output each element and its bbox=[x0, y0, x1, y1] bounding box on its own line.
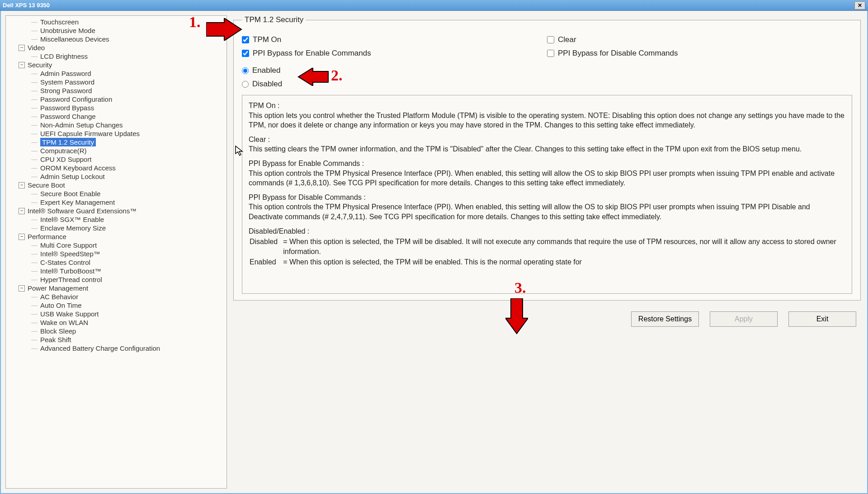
help-ppidis-heading: PPI Bypass for Disable Commands : bbox=[249, 193, 845, 202]
tree-item[interactable]: Multi Core Support bbox=[6, 241, 226, 249]
back-button[interactable]: ◄ bbox=[213, 24, 225, 35]
exit-button[interactable]: Exit bbox=[788, 311, 856, 327]
help-de-heading: Disabled/Enabled : bbox=[249, 226, 845, 236]
window-title: Dell XPS 13 9350 bbox=[3, 2, 854, 9]
clear-label: Clear bbox=[558, 35, 576, 44]
ppi-disable-checkbox[interactable] bbox=[547, 50, 554, 57]
tree-item[interactable]: Peak Shift bbox=[6, 335, 226, 344]
ppi-disable-label: PPI Bypass for Disable Commands bbox=[558, 49, 678, 58]
tree-item[interactable]: Secure Boot Enable bbox=[6, 189, 226, 198]
enabled-radio[interactable] bbox=[242, 67, 249, 74]
close-button[interactable]: ✕ bbox=[854, 1, 865, 9]
tree-item[interactable]: USB Wake Support bbox=[6, 310, 226, 318]
group-legend: TPM 1.2 Security bbox=[242, 15, 306, 24]
tree-item[interactable]: Intel® TurboBoost™ bbox=[6, 267, 226, 275]
ppi-enable-label: PPI Bypass for Enable Commands bbox=[253, 49, 371, 58]
tpm-on-checkbox[interactable] bbox=[242, 36, 249, 43]
tree-item[interactable]: Wake on WLAN bbox=[6, 318, 226, 327]
help-tpm-on-heading: TPM On : bbox=[249, 101, 845, 111]
tree-item[interactable]: Expert Key Management bbox=[6, 198, 226, 207]
tree-item[interactable]: AC Behavior bbox=[6, 292, 226, 301]
disabled-radio[interactable] bbox=[242, 81, 249, 88]
tree-item[interactable]: HyperThread control bbox=[6, 275, 226, 284]
tree-item[interactable]: Block Sleep bbox=[6, 327, 226, 335]
tree-item[interactable]: Password Configuration bbox=[6, 95, 226, 104]
tree-item[interactable]: OROM Keyboard Access bbox=[6, 164, 226, 172]
tree-item[interactable]: Auto On Time bbox=[6, 301, 226, 310]
help-disabled-key: Disabled bbox=[250, 237, 282, 256]
tree-item[interactable]: Enclave Memory Size bbox=[6, 224, 226, 232]
tree-category[interactable]: Secure Boot bbox=[6, 181, 226, 189]
titlebar: Dell XPS 13 9350 ✕ bbox=[0, 0, 868, 11]
tree-item[interactable]: Password Bypass bbox=[6, 104, 226, 112]
help-enabled-val: = When this option is selected, the TPM … bbox=[283, 257, 844, 267]
help-enabled-key: Enabled bbox=[250, 257, 282, 267]
footer: Restore Settings Apply Exit bbox=[233, 301, 861, 331]
help-clear-body: This setting clears the TPM owner inform… bbox=[249, 144, 845, 154]
sidebar: TouchscreenUnobtrusive ModeMiscellaneous… bbox=[5, 15, 227, 489]
help-tpm-on-body: This option lets you control whether the… bbox=[249, 111, 845, 130]
tree-item[interactable]: UEFI Capsule Firmware Updates bbox=[6, 129, 226, 138]
disabled-label: Disabled bbox=[252, 80, 282, 89]
enabled-label: Enabled bbox=[252, 66, 280, 75]
tree-item[interactable]: LCD Brightness bbox=[6, 52, 226, 61]
tree-item[interactable]: Intel® SpeedStep™ bbox=[6, 249, 226, 258]
help-text[interactable]: TPM On : This option lets you control wh… bbox=[242, 95, 852, 294]
tree-category[interactable]: Performance bbox=[6, 232, 226, 241]
tree-item[interactable]: Admin Setup Lockout bbox=[6, 172, 226, 181]
tree-item[interactable]: Advanced Battery Charge Configuration bbox=[6, 344, 226, 353]
help-ppien-body: This option controls the TPM Physical Pr… bbox=[249, 169, 845, 188]
tpm-group: TPM 1.2 Security TPM On Clear PPI Bypass… bbox=[233, 15, 861, 301]
tree-category[interactable]: Security bbox=[6, 61, 226, 69]
main-panel: TPM 1.2 Security TPM On Clear PPI Bypass… bbox=[231, 11, 867, 493]
tpm-on-label: TPM On bbox=[253, 35, 281, 44]
help-ppien-heading: PPI Bypass for Enable Commands : bbox=[249, 159, 845, 169]
tree-item[interactable]: Strong Password bbox=[6, 86, 226, 95]
help-clear-heading: Clear : bbox=[249, 135, 845, 145]
clear-checkbox[interactable] bbox=[547, 36, 554, 43]
tree-item[interactable]: Password Change bbox=[6, 112, 226, 121]
help-disabled-val: = When this option is selected, the TPM … bbox=[283, 237, 844, 256]
sidebar-tree[interactable]: TouchscreenUnobtrusive ModeMiscellaneous… bbox=[6, 16, 226, 488]
ppi-enable-checkbox[interactable] bbox=[242, 50, 249, 57]
tree-item[interactable]: C-States Control bbox=[6, 258, 226, 267]
help-ppidis-body: This option controls the TPM Physical Pr… bbox=[249, 202, 845, 221]
tree-item[interactable]: Miscellaneous Devices bbox=[6, 35, 226, 43]
tree-item[interactable]: System Password bbox=[6, 78, 226, 86]
tree-item[interactable]: Touchscreen bbox=[6, 18, 226, 26]
tree-item[interactable]: Intel® SGX™ Enable bbox=[6, 215, 226, 224]
tree-category[interactable]: Intel® Software Guard Extensions™ bbox=[6, 207, 226, 215]
tree-item[interactable]: Non-Admin Setup Changes bbox=[6, 121, 226, 129]
help-de-table: Disabled = When this option is selected,… bbox=[249, 236, 845, 268]
tree-item[interactable]: TPM 1.2 Security bbox=[40, 138, 96, 146]
window-body: TouchscreenUnobtrusive ModeMiscellaneous… bbox=[0, 11, 868, 494]
tree-item[interactable]: Computrace(R) bbox=[6, 146, 226, 155]
tree-item[interactable]: CPU XD Support bbox=[6, 155, 226, 164]
tree-item[interactable]: Admin Password bbox=[6, 69, 226, 78]
tree-category[interactable]: Power Management bbox=[6, 284, 226, 292]
restore-button[interactable]: Restore Settings bbox=[631, 311, 699, 327]
apply-button[interactable]: Apply bbox=[710, 311, 778, 327]
tree-category[interactable]: Video bbox=[6, 43, 226, 52]
tree-item[interactable]: Unobtrusive Mode bbox=[6, 26, 226, 35]
